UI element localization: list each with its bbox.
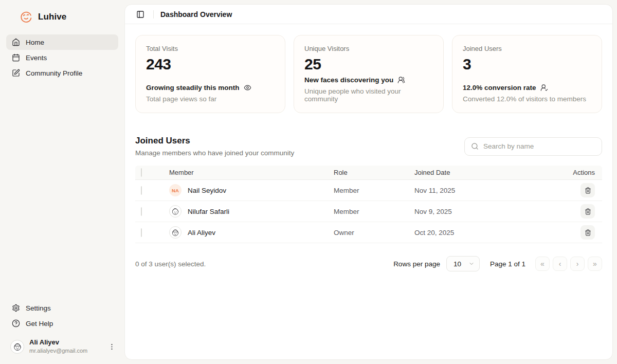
home-icon bbox=[12, 38, 20, 46]
stat-trend: New faces discovering you bbox=[304, 76, 433, 84]
stats-row: Total Visits 243 Growing steadily this m… bbox=[135, 35, 602, 113]
column-header-role: Role bbox=[334, 169, 414, 176]
row-checkbox[interactable] bbox=[141, 207, 142, 216]
member-name: Nail Seyidov bbox=[188, 187, 226, 194]
brand: Luhive bbox=[0, 0, 124, 34]
row-checkbox[interactable] bbox=[141, 186, 142, 195]
first-page-button[interactable]: « bbox=[535, 257, 550, 271]
trash-icon bbox=[585, 187, 591, 194]
table-footer: 0 of 3 user(s) selected. Rows per page 1… bbox=[135, 256, 602, 271]
divider bbox=[153, 10, 154, 19]
member-joined-date: Nov 11, 2025 bbox=[414, 187, 555, 194]
sidebar-item-label: Settings bbox=[26, 304, 51, 312]
previous-page-button[interactable]: ‹ bbox=[553, 257, 567, 271]
trash-icon bbox=[585, 208, 591, 215]
members-heading: Joined Users Manage members who have joi… bbox=[135, 136, 294, 157]
stat-trend-text: Growing steadily this month bbox=[146, 84, 240, 92]
page-status: Page 1 of 1 bbox=[490, 260, 525, 268]
sidebar-nav: Home Events Community Profile bbox=[0, 34, 124, 81]
avatar bbox=[169, 205, 182, 217]
delete-member-button[interactable] bbox=[580, 204, 595, 219]
sidebar-toggle-button[interactable] bbox=[134, 8, 147, 21]
table-row: Nilufar Safarli Member Nov 9, 2025 bbox=[135, 201, 602, 222]
column-header-member: Member bbox=[164, 169, 334, 176]
sidebar-item-label: Get Help bbox=[26, 320, 53, 327]
section-subtitle: Manage members who have joined your comm… bbox=[135, 149, 294, 157]
sidebar-item-label: Events bbox=[26, 54, 47, 62]
stat-trend-text: 12.0% conversion rate bbox=[463, 84, 536, 92]
table-row: NA Nail Seyidov Member Nov 11, 2025 bbox=[135, 180, 602, 201]
sidebar-item-events[interactable]: Events bbox=[6, 50, 118, 65]
search-input[interactable] bbox=[483, 142, 595, 150]
user-avatar bbox=[10, 340, 24, 354]
stat-label: Total Visits bbox=[146, 45, 275, 52]
member-role: Member bbox=[334, 187, 414, 194]
stat-trend: Growing steadily this month bbox=[146, 84, 275, 92]
sidebar-item-label: Home bbox=[26, 39, 44, 46]
rows-per-page-value: 10 bbox=[453, 260, 461, 268]
table-header-row: Member Role Joined Date Actions bbox=[135, 166, 602, 180]
sidebar-item-settings[interactable]: Settings bbox=[6, 300, 118, 316]
row-checkbox[interactable] bbox=[141, 228, 142, 237]
trash-icon bbox=[585, 229, 591, 236]
stat-trend-text: New faces discovering you bbox=[304, 76, 393, 84]
users-icon bbox=[397, 76, 405, 84]
topbar: Dashboard Overview bbox=[125, 5, 612, 24]
main-panel: Dashboard Overview Total Visits 243 Grow… bbox=[124, 4, 613, 360]
member-role: Member bbox=[334, 208, 414, 215]
delete-member-button[interactable] bbox=[580, 183, 595, 197]
user-meta: Ali Aliyev mr.alialyev@gmail.com bbox=[29, 338, 87, 355]
sidebar-item-label: Community Profile bbox=[26, 69, 82, 77]
search-icon bbox=[471, 142, 479, 150]
sidebar-item-community-profile[interactable]: Community Profile bbox=[6, 65, 118, 81]
member-name: Nilufar Safarli bbox=[188, 208, 229, 215]
stat-value: 3 bbox=[463, 56, 591, 73]
stat-description: Converted 12.0% of visitors to members bbox=[463, 95, 591, 103]
user-menu-button[interactable] bbox=[106, 341, 117, 352]
stat-card-unique-visitors: Unique Visitors 25 New faces discovering… bbox=[294, 35, 444, 113]
member-name: Ali Aliyev bbox=[188, 229, 215, 236]
page-title: Dashboard Overview bbox=[160, 10, 232, 19]
stat-value: 25 bbox=[304, 56, 433, 73]
stat-label: Unique Visitors bbox=[304, 45, 433, 52]
member-joined-date: Oct 20, 2025 bbox=[414, 229, 555, 236]
section-title: Joined Users bbox=[135, 136, 294, 146]
delete-member-button[interactable] bbox=[580, 225, 595, 240]
avatar: NA bbox=[169, 184, 182, 196]
sidebar-item-home[interactable]: Home bbox=[6, 34, 118, 50]
selection-status: 0 of 3 user(s) selected. bbox=[135, 260, 206, 268]
edit-icon bbox=[12, 69, 20, 77]
user-email: mr.alialyev@gmail.com bbox=[29, 348, 87, 355]
stat-card-joined-users: Joined Users 3 12.0% conversion rate Con… bbox=[452, 35, 602, 113]
column-header-joined: Joined Date bbox=[414, 169, 555, 176]
brand-name: Luhive bbox=[38, 12, 66, 22]
stat-description: Unique people who visited your community bbox=[304, 87, 433, 103]
user-check-icon bbox=[540, 84, 548, 92]
eye-icon bbox=[244, 84, 251, 92]
gear-icon bbox=[12, 304, 20, 312]
member-search bbox=[464, 137, 602, 156]
next-page-button[interactable]: › bbox=[570, 257, 585, 271]
stat-value: 243 bbox=[146, 56, 275, 73]
sidebar-item-get-help[interactable]: Get Help bbox=[6, 316, 118, 331]
column-header-actions: Actions bbox=[555, 169, 602, 176]
avatar bbox=[169, 226, 182, 239]
stat-card-total-visits: Total Visits 243 Growing steadily this m… bbox=[135, 35, 285, 113]
stat-trend: 12.0% conversion rate bbox=[463, 84, 591, 92]
help-circle-icon bbox=[12, 319, 20, 327]
member-joined-date: Nov 9, 2025 bbox=[414, 208, 555, 215]
stat-description: Total page views so far bbox=[146, 95, 275, 103]
rows-per-page-label: Rows per page bbox=[393, 260, 440, 268]
luhive-logo-icon bbox=[20, 10, 32, 23]
rows-per-page-select[interactable]: 10 bbox=[446, 256, 480, 271]
member-role: Owner bbox=[334, 229, 414, 236]
sidebar-footer-nav: Settings Get Help bbox=[0, 300, 124, 331]
chevron-down-icon bbox=[468, 261, 475, 267]
pagination: « ‹ › » bbox=[535, 257, 602, 271]
last-page-button[interactable]: » bbox=[588, 257, 602, 271]
select-all-checkbox[interactable] bbox=[141, 168, 142, 177]
sidebar-user[interactable]: Ali Aliyev mr.alialyev@gmail.com bbox=[0, 331, 124, 364]
calendar-icon bbox=[12, 53, 20, 62]
members-section-head: Joined Users Manage members who have joi… bbox=[135, 136, 602, 157]
user-name: Ali Aliyev bbox=[29, 338, 87, 347]
